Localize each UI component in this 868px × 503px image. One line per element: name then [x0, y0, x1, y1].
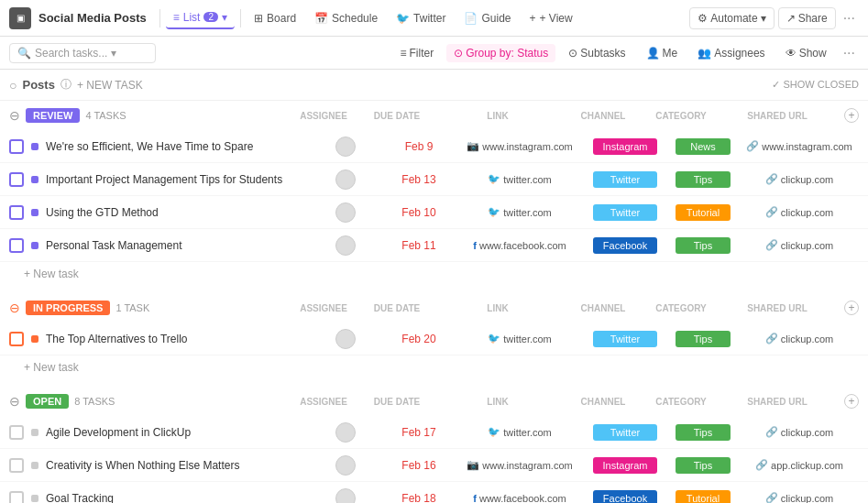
nav-more-icon[interactable]: ··· [840, 10, 859, 27]
show-closed-button[interactable]: ✓ SHOW CLOSED [772, 79, 859, 91]
avatar[interactable] [335, 137, 356, 157]
task-assignee [309, 137, 382, 157]
automate-chevron-icon: ▾ [761, 12, 766, 25]
shared-url-text[interactable]: www.instagram.com [762, 141, 852, 152]
shared-url-text[interactable]: clickup.com [781, 427, 833, 438]
tab-list[interactable]: ≡ List 2 ▾ [166, 7, 235, 29]
tab-add-view[interactable]: + + View [522, 8, 579, 28]
task-name[interactable]: Personal Task Management [46, 239, 309, 252]
channel-badge: Twitter [593, 171, 657, 188]
shared-url-text[interactable]: clickup.com [781, 493, 833, 504]
task-link-text[interactable]: twitter.com [503, 207, 552, 218]
task-color-dot [31, 209, 38, 216]
task-name[interactable]: Important Project Management Tips for St… [46, 173, 309, 186]
shared-url-text[interactable]: clickup.com [781, 240, 833, 251]
section-open-header: ⊖ OPEN 8 TASKS ASSIGNEE DUE DATE LINK CH… [0, 387, 868, 416]
task-link-text[interactable]: www.facebook.com [479, 240, 566, 251]
filter-button[interactable]: ≡ Filter [392, 44, 441, 62]
app-title: Social Media Posts [38, 11, 147, 25]
assignees-button[interactable]: 👥 Assignees [690, 44, 772, 62]
channel-badge: Instagram [593, 138, 657, 155]
task-checkbox[interactable] [9, 491, 24, 504]
task-color-dot [31, 143, 38, 150]
task-checkbox[interactable] [9, 425, 24, 440]
tab-schedule[interactable]: 📅 Schedule [307, 8, 385, 28]
task-checkbox[interactable] [9, 238, 24, 253]
task-name[interactable]: Creativity is When Nothing Else Matters [46, 459, 309, 472]
posts-collapse-icon[interactable]: ○ [9, 78, 16, 93]
task-link-text[interactable]: www.facebook.com [479, 493, 566, 504]
task-link-text[interactable]: twitter.com [503, 334, 552, 344]
toolbar-more-icon[interactable]: ··· [840, 45, 859, 61]
channel-badge: Facebook [593, 490, 657, 504]
me-button[interactable]: 👤 Me [639, 44, 686, 62]
posts-info-icon[interactable]: ⓘ [60, 77, 71, 93]
task-link-text[interactable]: www.instagram.com [482, 460, 572, 471]
task-assignee [309, 235, 382, 256]
twitter-link-icon: 🐦 [488, 173, 500, 185]
show-button[interactable]: 👁 Show [778, 44, 834, 62]
open-collapse-icon[interactable]: ⊖ [9, 394, 20, 409]
task-checkbox[interactable] [9, 458, 24, 473]
automate-button[interactable]: ⚙ Automate ▾ [689, 7, 774, 29]
task-name[interactable]: Agile Development in ClickUp [46, 426, 309, 439]
avatar[interactable] [335, 422, 356, 443]
shared-url-icon: 🔗 [765, 492, 778, 503]
task-checkbox[interactable] [9, 139, 24, 154]
subtasks-button[interactable]: ⊙ Subtasks [561, 44, 632, 62]
review-count: 4 TASKS [85, 110, 126, 121]
task-checkbox[interactable] [9, 332, 24, 346]
task-link-text[interactable]: twitter.com [503, 174, 552, 185]
task-link-text[interactable]: www.instagram.com [482, 141, 572, 152]
avatar[interactable] [335, 235, 356, 256]
posts-header: ○ Posts ⓘ + NEW TASK ✓ SHOW CLOSED [0, 70, 868, 101]
add-column-open-button[interactable]: + [844, 394, 859, 409]
task-name[interactable]: The Top Alternatives to Trello [46, 333, 309, 345]
board-icon: ⊞ [254, 12, 263, 25]
new-task-ip-button[interactable]: + New task [0, 355, 868, 383]
instagram-link-icon: 📷 [467, 140, 479, 152]
task-checkbox[interactable] [9, 205, 24, 220]
shared-url-text[interactable]: clickup.com [781, 334, 833, 344]
task-category: News [666, 138, 740, 155]
tab-twitter[interactable]: 🐦 Twitter [389, 8, 453, 28]
section-review: ⊖ REVIEW 4 TASKS ASSIGNEE DUE DATE LINK … [0, 101, 868, 290]
review-collapse-icon[interactable]: ⊖ [9, 108, 20, 123]
channel-badge: Twitter [593, 331, 657, 347]
subtasks-icon: ⊙ [568, 47, 577, 60]
task-category: Tutorial [666, 204, 740, 221]
task-checkbox[interactable] [9, 172, 24, 187]
task-link-text[interactable]: twitter.com [503, 427, 552, 438]
search-box[interactable]: 🔍 Search tasks... ▾ [9, 43, 156, 63]
new-task-review-button[interactable]: + New task [0, 262, 868, 290]
avatar[interactable] [335, 329, 356, 349]
group-by-button[interactable]: ⊙ Group by: Status [446, 44, 555, 62]
task-name[interactable]: We're so Efficient, We Have Time to Spar… [46, 140, 309, 153]
nav-divider-1 [159, 9, 160, 27]
twitter-link-icon: 🐦 [488, 426, 500, 438]
share-button[interactable]: ↗ Share [778, 7, 836, 29]
avatar[interactable] [335, 169, 356, 190]
avatar[interactable] [335, 488, 356, 504]
task-name[interactable]: Using the GTD Method [46, 206, 309, 219]
tab-list-badge: 2 [203, 12, 218, 22]
col-header-link-ip: LINK [434, 303, 562, 313]
task-color-dot [31, 462, 38, 469]
shared-url-text[interactable]: app.clickup.com [771, 460, 843, 471]
channel-badge: Instagram [593, 457, 657, 474]
posts-new-task-button[interactable]: + NEW TASK [77, 79, 143, 92]
add-column-review-button[interactable]: + [844, 108, 859, 123]
avatar[interactable] [335, 455, 356, 476]
tab-guide[interactable]: 📄 Guide [456, 8, 518, 28]
shared-url-text[interactable]: clickup.com [781, 174, 833, 185]
task-name[interactable]: Goal Tracking [46, 492, 309, 504]
avatar[interactable] [335, 202, 356, 223]
tab-board[interactable]: ⊞ Board [247, 8, 303, 28]
share-icon: ↗ [786, 12, 796, 25]
in-progress-collapse-icon[interactable]: ⊖ [9, 301, 20, 315]
col-header-due-ip: DUE DATE [360, 303, 434, 313]
task-shared-url: 🔗 app.clickup.com [740, 459, 859, 471]
shared-url-text[interactable]: clickup.com [781, 207, 833, 218]
add-column-ip-button[interactable]: + [844, 301, 859, 315]
task-shared-url: 🔗 www.instagram.com [740, 140, 859, 152]
